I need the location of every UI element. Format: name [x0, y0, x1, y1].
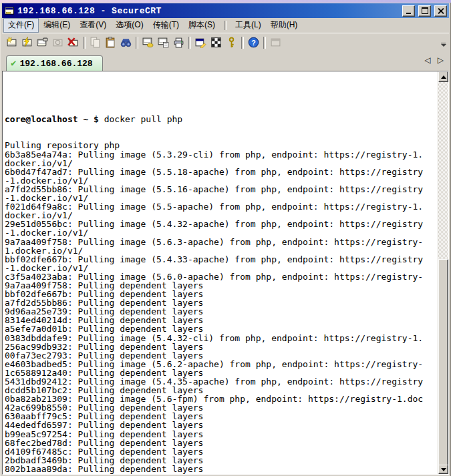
connected-check-icon: ✔	[11, 59, 16, 68]
terminal-panel: core@localhost ~ $ docker pull php Pulli…	[2, 71, 449, 475]
terminal-line: 256ac99db932: Pulling dependent layers	[5, 342, 438, 351]
scroll-down-icon	[441, 468, 446, 471]
menu-separator	[224, 21, 227, 30]
close-icon	[438, 8, 444, 14]
new-session-button[interactable]	[4, 35, 19, 50]
toolbar-separator	[263, 37, 266, 49]
toolbar-separator	[136, 37, 138, 49]
menu-edit[interactable]: 编辑(E)	[39, 18, 75, 33]
terminal-line: 68fec2bed78d: Pulling dependent layers	[5, 439, 438, 447]
terminal-line: 2bdbadf3469b: Pulling dependent layers	[5, 456, 438, 465]
find-icon	[120, 37, 132, 48]
terminal-line: Pulling repository php	[5, 141, 438, 150]
terminal-line: 44ededfd6597: Pulling dependent layers	[5, 421, 438, 429]
toolbar-overflow-button[interactable]	[440, 42, 447, 49]
quick-connect-button[interactable]	[19, 35, 35, 50]
tab-scroll-left-icon[interactable]: ◁	[425, 55, 431, 65]
terminal-line: 00fa73ec2793: Pulling dependent layers	[5, 351, 438, 360]
session-log-icon	[142, 37, 154, 48]
terminal-line: 0383dbddafe9: Pulling image (5.4.32-cli)…	[5, 334, 438, 342]
app-icon[interactable]	[4, 6, 15, 16]
menu-file[interactable]: 文件(F)	[3, 18, 39, 33]
terminal-line: 6b0d47f47ad7: Pulling image (5.5.18-apac…	[5, 168, 438, 176]
raw-log-icon	[158, 37, 169, 48]
terminal-line: b99ea5c97254: Pulling dependent layers	[5, 430, 438, 439]
terminal-screen[interactable]: core@localhost ~ $ docker pull php Pulli…	[3, 71, 438, 474]
terminal-line: -1.docker.io/v1/	[5, 176, 438, 185]
session-options-icon	[195, 37, 206, 48]
menu-help[interactable]: 帮助(H)	[266, 18, 303, 33]
whats-this-button[interactable]	[268, 35, 283, 50]
svg-text:?: ?	[251, 39, 255, 47]
print-button[interactable]	[171, 35, 186, 50]
session-log-button[interactable]	[140, 35, 156, 50]
new-session-icon	[6, 37, 17, 48]
keygen-wizard-button[interactable]	[224, 35, 239, 50]
terminal-line: 6b3a85e4a74a: Pulling image (5.3.29-cli)…	[5, 150, 438, 159]
print-icon	[173, 37, 184, 48]
window-title: 192.168.66.128 - SecureCRT	[17, 6, 162, 16]
terminal-line: -1.docker.io/v1/	[5, 264, 438, 272]
securecrt-window: 192.168.66.128 - SecureCRT 文件(F) 编辑(E) 查…	[0, 3, 451, 476]
terminal-line: -1.docker.io/v1/	[5, 228, 438, 237]
global-options-button[interactable]	[208, 35, 224, 50]
terminal-line: e4603badbed5: Pulling image (5.6.2-apach…	[5, 360, 438, 369]
scroll-down-button[interactable]	[438, 465, 448, 474]
maximize-button[interactable]	[418, 5, 431, 17]
raw-log-button[interactable]	[156, 35, 171, 50]
quick-connect-icon	[21, 37, 33, 48]
terminal-line: bbf02dfe667b: Pulling image (5.4.33-apac…	[5, 255, 438, 264]
close-button[interactable]	[434, 5, 447, 17]
connect-in-tab-icon	[37, 37, 48, 48]
terminal-line: 1.docker.io/v1/	[5, 246, 438, 255]
title-bar: 192.168.66.128 - SecureCRT	[2, 3, 449, 18]
terminal-output: Pulling repository php6b3a85e4a74a: Pull…	[5, 141, 438, 474]
menu-transfer[interactable]: 传输(T)	[148, 18, 184, 33]
scroll-up-icon	[441, 75, 446, 79]
terminal-line: 9a7aa409f758: Pulling image (5.6.3-apach…	[5, 238, 438, 246]
menu-tools[interactable]: 工具(L)	[231, 18, 266, 33]
global-options-icon	[210, 37, 222, 48]
toolbar-overflow-icon	[441, 43, 446, 43]
toolbar-separator	[241, 37, 244, 49]
tab-bar: ✔ 192.168.66.128 ◁ ▷	[2, 51, 449, 71]
find-button[interactable]	[118, 35, 134, 50]
disconnect-button[interactable]	[65, 35, 81, 50]
toolbar-separator	[188, 37, 191, 49]
session-tab-label: 192.168.66.128	[19, 59, 92, 69]
paste-button[interactable]	[103, 35, 118, 50]
tab-scroll-right-icon[interactable]: ▷	[438, 55, 444, 65]
menu-view[interactable]: 查看(V)	[75, 18, 111, 33]
terminal-line: a5efe7a0d01b: Pulling dependent layers	[5, 324, 438, 333]
help-button[interactable]: ?	[246, 35, 261, 50]
disconnect-icon	[67, 37, 79, 48]
vertical-scrollbar[interactable]	[438, 71, 448, 474]
menu-options[interactable]: 选项(O)	[111, 18, 148, 33]
toolbar-separator	[83, 37, 86, 49]
terminal-line: d4109f67485c: Pulling dependent layers	[5, 447, 438, 456]
connect-in-tab-button[interactable]	[35, 35, 50, 50]
session-options-button[interactable]	[193, 35, 208, 50]
shell-prompt: core@localhost ~ $	[5, 114, 104, 124]
help-icon: ?	[248, 37, 259, 48]
whats-this-icon	[270, 37, 281, 48]
reconnect-icon	[52, 37, 63, 48]
terminal-line: docker.io/v1/	[5, 159, 438, 168]
terminal-line: c3f5a4023aba: Pulling image (5.6.0-apach…	[5, 272, 438, 281]
scrollbar-thumb[interactable]	[438, 259, 448, 466]
scroll-up-button[interactable]	[438, 71, 448, 82]
copy-button[interactable]	[88, 35, 103, 50]
minimize-icon	[406, 13, 411, 14]
menu-script[interactable]: 脚本(S)	[184, 18, 220, 33]
menu-bar: 文件(F) 编辑(E) 查看(V) 选项(O) 传输(T) 脚本(S) 工具(L…	[2, 18, 449, 33]
toolbar: ?	[2, 33, 449, 51]
terminal-prompt-line: core@localhost ~ $ docker pull php	[5, 115, 438, 124]
reconnect-button[interactable]	[50, 35, 65, 50]
session-tab[interactable]: ✔ 192.168.66.128	[6, 55, 103, 71]
minimize-button[interactable]	[402, 5, 415, 17]
maximize-icon	[422, 7, 428, 14]
key-icon	[226, 37, 237, 48]
copy-icon	[90, 37, 101, 48]
paste-icon	[105, 37, 116, 48]
shell-command: docker pull php	[104, 114, 182, 124]
